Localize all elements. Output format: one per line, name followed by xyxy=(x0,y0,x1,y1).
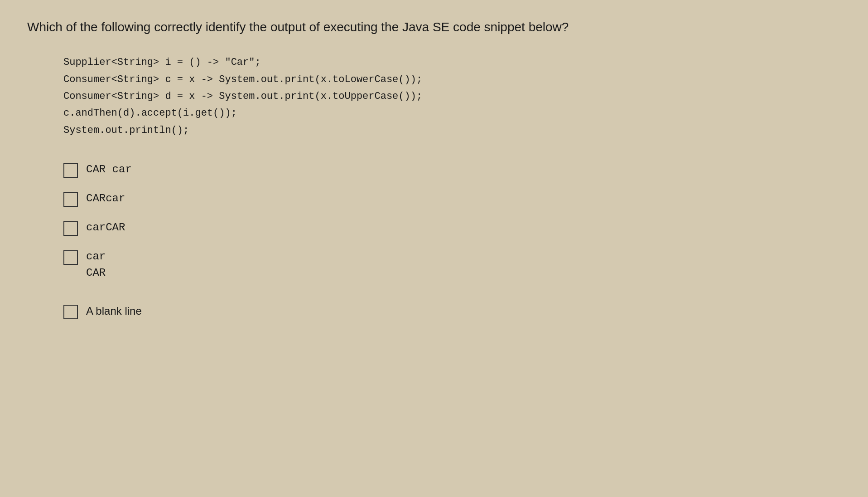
checkbox-3[interactable] xyxy=(63,221,78,236)
option-4-label: car CAR xyxy=(86,248,106,281)
checkbox-5[interactable] xyxy=(63,305,78,319)
checkbox-1[interactable] xyxy=(63,163,78,178)
code-line-3: Consumer<String> d = x -> System.out.pri… xyxy=(63,88,841,105)
code-block: Supplier<String> i = () -> "Car"; Consum… xyxy=(63,54,841,139)
option-3-label: carCAR xyxy=(86,219,125,236)
option-5-label: A blank line xyxy=(86,303,142,319)
option-3: carCAR xyxy=(63,219,841,236)
option-4-line2: CAR xyxy=(86,265,106,281)
code-line-2: Consumer<String> c = x -> System.out.pri… xyxy=(63,71,841,88)
option-1: CAR car xyxy=(63,161,841,178)
checkbox-4[interactable] xyxy=(63,250,78,265)
option-1-label: CAR car xyxy=(86,161,132,178)
option-2-label: CARcar xyxy=(86,190,125,207)
checkbox-2[interactable] xyxy=(63,192,78,207)
code-line-4: c.andThen(d).accept(i.get()); xyxy=(63,105,841,122)
option-4: car CAR xyxy=(63,248,841,281)
option-5: A blank line xyxy=(63,303,841,319)
option-2: CARcar xyxy=(63,190,841,207)
question-text: Which of the following correctly identif… xyxy=(27,18,841,36)
option-4-line1: car xyxy=(86,248,106,265)
code-line-1: Supplier<String> i = () -> "Car"; xyxy=(63,54,841,71)
options-container: CAR car CARcar carCAR car CAR A blank li… xyxy=(63,161,841,319)
code-line-5: System.out.println(); xyxy=(63,122,841,139)
